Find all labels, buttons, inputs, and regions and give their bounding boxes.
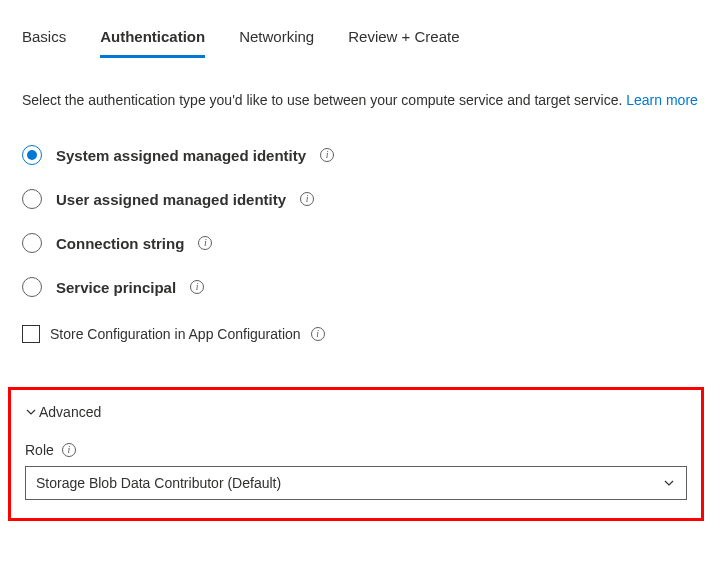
info-icon[interactable]: i [198, 236, 212, 250]
radio-label-user-identity: User assigned managed identity [56, 191, 286, 208]
radio-service-principal[interactable] [22, 277, 42, 297]
chevron-down-icon [662, 476, 676, 490]
radio-system-identity[interactable] [22, 145, 42, 165]
tab-networking[interactable]: Networking [239, 22, 314, 58]
radio-label-connection-string: Connection string [56, 235, 184, 252]
tab-review-create[interactable]: Review + Create [348, 22, 459, 58]
info-icon[interactable]: i [190, 280, 204, 294]
advanced-header-label: Advanced [39, 404, 101, 420]
tab-authentication[interactable]: Authentication [100, 22, 205, 58]
info-icon[interactable]: i [300, 192, 314, 206]
role-select[interactable]: Storage Blob Data Contributor (Default) [25, 466, 687, 500]
info-icon[interactable]: i [320, 148, 334, 162]
radio-row-service-principal: Service principal i [22, 277, 701, 297]
radio-row-connection-string: Connection string i [22, 233, 701, 253]
store-config-label: Store Configuration in App Configuration [50, 326, 301, 342]
tab-strip: Basics Authentication Networking Review … [22, 22, 701, 58]
radio-row-user-identity: User assigned managed identity i [22, 189, 701, 209]
intro-paragraph: Select the authentication type you'd lik… [22, 90, 701, 111]
role-label-row: Role i [25, 442, 687, 458]
role-select-value: Storage Blob Data Contributor (Default) [36, 475, 281, 491]
chevron-down-icon [25, 406, 37, 418]
info-icon[interactable]: i [62, 443, 76, 457]
intro-text: Select the authentication type you'd lik… [22, 92, 626, 108]
role-label: Role [25, 442, 54, 458]
info-icon[interactable]: i [311, 327, 325, 341]
radio-label-system-identity: System assigned managed identity [56, 147, 306, 164]
learn-more-link[interactable]: Learn more [626, 92, 698, 108]
radio-label-service-principal: Service principal [56, 279, 176, 296]
radio-connection-string[interactable] [22, 233, 42, 253]
radio-row-system-identity: System assigned managed identity i [22, 145, 701, 165]
advanced-panel: Advanced Role i Storage Blob Data Contri… [8, 387, 704, 521]
radio-user-identity[interactable] [22, 189, 42, 209]
tab-basics[interactable]: Basics [22, 22, 66, 58]
auth-type-radio-group: System assigned managed identity i User … [22, 145, 701, 297]
store-config-checkbox[interactable] [22, 325, 40, 343]
advanced-toggle[interactable]: Advanced [25, 404, 687, 420]
store-config-row: Store Configuration in App Configuration… [22, 325, 701, 343]
